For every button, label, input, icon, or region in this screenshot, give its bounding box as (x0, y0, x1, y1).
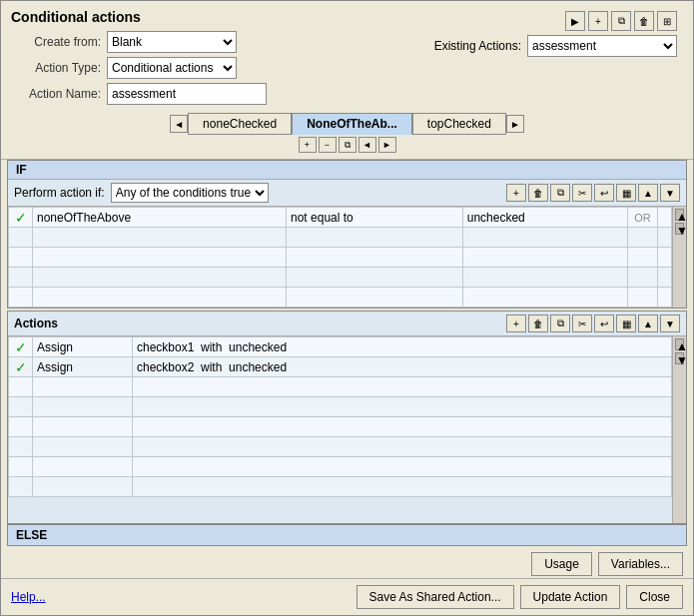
copy-icon-btn[interactable]: ⧉ (611, 11, 631, 31)
condition-or-2 (628, 228, 658, 248)
if-delete-btn[interactable]: 🗑 (528, 184, 548, 202)
action-check-3 (9, 377, 33, 397)
action-check-icon-2: ✓ (15, 359, 27, 375)
condition-or-4 (628, 268, 658, 288)
actions-cut-btn[interactable]: ✂ (572, 314, 592, 332)
action-label-5 (33, 417, 133, 437)
condition-op-5 (287, 288, 463, 308)
help-link[interactable]: Help... (11, 590, 46, 604)
tab-del-btn[interactable]: − (319, 137, 337, 153)
tab-nav-right[interactable]: ► (506, 115, 524, 133)
actions-toolbar-icons: + 🗑 ⧉ ✂ ↩ ▦ ▲ ▼ (506, 314, 680, 332)
actions-delete-btn[interactable]: 🗑 (528, 314, 548, 332)
create-from-select[interactable]: Blank (107, 31, 237, 53)
existing-actions-row: Existing Actions: assessment (434, 35, 677, 57)
tab-nav-right2[interactable]: ► (378, 137, 396, 153)
actions-scrollbar[interactable]: ▲ ▼ (672, 336, 686, 523)
condition-row-4 (9, 268, 672, 288)
actions-up-btn[interactable]: ▲ (638, 314, 658, 332)
action-row-7 (9, 457, 672, 477)
action-check-4 (9, 397, 33, 417)
if-rows-btn[interactable]: ▦ (616, 184, 636, 202)
if-toolbar-icons: + 🗑 ⧉ ✂ ↩ ▦ ▲ ▼ (506, 184, 680, 202)
actions-toolbar: Actions + 🗑 ⧉ ✂ ↩ ▦ ▲ ▼ (8, 311, 686, 336)
action-field-6 (133, 437, 672, 457)
actions-copy-btn[interactable]: ⧉ (550, 314, 570, 332)
condition-select[interactable]: Any of the conditions true (111, 183, 269, 203)
if-section: IF Perform action if: Any of the conditi… (7, 160, 687, 308)
action-name-label: Action Name: (11, 87, 101, 101)
condition-val-2 (462, 228, 627, 248)
if-paste-btn[interactable]: ↩ (594, 184, 614, 202)
extra-btn[interactable]: ⊞ (657, 11, 677, 31)
condition-val-3 (462, 248, 627, 268)
actions-add-btn[interactable]: + (506, 314, 526, 332)
condition-check-3 (9, 248, 33, 268)
action-check-5 (9, 417, 33, 437)
condition-or-3 (628, 248, 658, 268)
if-add-btn[interactable]: + (506, 184, 526, 202)
action-type-label: Action Type: (11, 61, 101, 75)
action-row-4 (9, 397, 672, 417)
if-up-btn[interactable]: ▲ (638, 184, 658, 202)
condition-row-1: ✓ noneOfTheAbove not equal to unchecked … (9, 208, 672, 228)
action-type-row: Action Type: Conditional actions (11, 57, 683, 79)
tab-nav-left2[interactable]: ◄ (358, 137, 376, 153)
add-icon-btn[interactable]: + (588, 11, 608, 31)
create-from-label: Create from: (11, 35, 101, 49)
tab-top-checked[interactable]: topChecked (412, 113, 506, 135)
action-field-8 (133, 477, 672, 497)
action-label-3 (33, 377, 133, 397)
condition-row-3 (9, 248, 672, 268)
action-row-8 (9, 477, 672, 497)
actions-paste-btn[interactable]: ↩ (594, 314, 614, 332)
action-check-1: ✓ (9, 337, 33, 357)
tab-copy-btn[interactable]: ⧉ (339, 137, 356, 153)
actions-scroll-up[interactable]: ▲ (675, 338, 684, 350)
bottom-bar: Help... Save As Shared Action... Update … (1, 578, 693, 615)
condition-row-5 (9, 288, 672, 308)
tab-none-checked[interactable]: noneChecked (188, 113, 292, 135)
actions-table-container: ✓ Assign checkbox1 with unchecked ✓ Assi… (8, 336, 686, 523)
condition-field-1: noneOfTheAbove (33, 208, 287, 228)
actions-down-btn[interactable]: ▼ (660, 314, 680, 332)
update-action-button[interactable]: Update Action (520, 585, 621, 609)
if-table-container: ✓ noneOfTheAbove not equal to unchecked … (8, 207, 686, 308)
if-scroll-up[interactable]: ▲ (675, 209, 684, 221)
action-name-input[interactable] (107, 83, 267, 105)
perform-label: Perform action if: (14, 186, 105, 200)
tab-none-of-the-above[interactable]: NoneOfTheAb... (292, 113, 412, 135)
condition-check-5 (9, 288, 33, 308)
action-check-7 (9, 457, 33, 477)
tab-add-btn[interactable]: + (299, 137, 317, 153)
if-scrollbar[interactable]: ▲ ▼ (672, 207, 686, 308)
usage-button[interactable]: Usage (531, 552, 592, 576)
condition-field-3 (33, 248, 287, 268)
variables-button[interactable]: Variables... (598, 552, 683, 576)
existing-actions-select[interactable]: assessment (527, 35, 677, 57)
action-type-select[interactable]: Conditional actions (107, 57, 237, 79)
action-field-5 (133, 417, 672, 437)
delete-icon-btn[interactable]: 🗑 (634, 11, 654, 31)
close-button[interactable]: Close (626, 585, 683, 609)
action-check-8 (9, 477, 33, 497)
tab-controls: + − ⧉ ◄ ► (11, 135, 683, 155)
play-button[interactable]: ▶ (565, 11, 585, 31)
actions-table-content: ✓ Assign checkbox1 with unchecked ✓ Assi… (8, 336, 672, 523)
if-scroll-dn[interactable]: ▼ (675, 223, 684, 235)
tab-nav-left[interactable]: ◄ (170, 115, 188, 133)
if-copy-btn[interactable]: ⧉ (550, 184, 570, 202)
save-as-shared-button[interactable]: Save As Shared Action... (356, 585, 514, 609)
action-field-4 (133, 397, 672, 417)
action-row-2: ✓ Assign checkbox2 with unchecked (9, 357, 672, 377)
condition-field-2 (33, 228, 287, 248)
action-label-2: Assign (33, 357, 133, 377)
if-cut-btn[interactable]: ✂ (572, 184, 592, 202)
actions-scroll-dn[interactable]: ▼ (675, 352, 684, 364)
action-row-3 (9, 377, 672, 397)
top-bar: Conditional actions ▶ + ⧉ 🗑 ⊞ Existing A… (1, 1, 693, 160)
if-down-btn[interactable]: ▼ (660, 184, 680, 202)
condition-row-2 (9, 228, 672, 248)
condition-spacer-5 (658, 288, 672, 308)
actions-rows-btn[interactable]: ▦ (616, 314, 636, 332)
